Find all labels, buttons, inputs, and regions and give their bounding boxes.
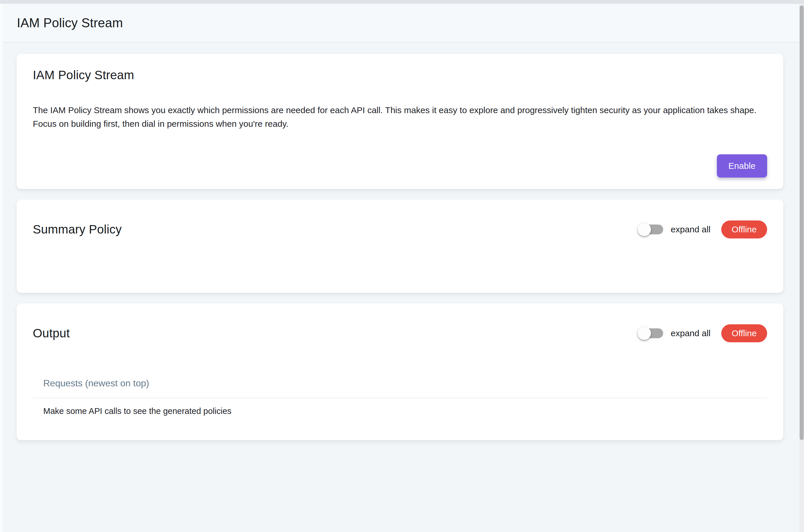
- summary-card-title: Summary Policy: [33, 222, 122, 237]
- output-status-badge: Offline: [721, 324, 767, 342]
- summary-status-badge: Offline: [721, 221, 767, 239]
- summary-card-controls: expand all Offline: [638, 221, 767, 239]
- intro-card-description: The IAM Policy Stream shows you exactly …: [33, 103, 767, 131]
- intro-card: IAM Policy Stream The IAM Policy Stream …: [17, 54, 783, 189]
- scrollbar-thumb[interactable]: [800, 5, 804, 440]
- summary-expand-all-label: expand all: [671, 225, 711, 234]
- toggle-thumb: [638, 327, 651, 340]
- page-title: IAM Policy Stream: [17, 16, 123, 30]
- output-expand-all-label: expand all: [671, 328, 711, 338]
- summary-policy-card: Summary Policy expand all Offline: [17, 200, 783, 293]
- requests-section-header: Requests (newest on top): [33, 377, 767, 389]
- output-card-title: Output: [33, 326, 70, 341]
- requests-empty-message: Make some API calls to see the generated…: [33, 406, 767, 416]
- requests-divider: [33, 398, 767, 398]
- output-card-header-row: Output expand all Offline: [33, 324, 767, 342]
- intro-card-title: IAM Policy Stream: [33, 68, 767, 82]
- output-card-controls: expand all Offline: [638, 324, 767, 342]
- window-top-strip: [0, 0, 804, 4]
- main-content: IAM Policy Stream The IAM Policy Stream …: [0, 43, 799, 532]
- toggle-thumb: [638, 223, 651, 236]
- scrollbar[interactable]: [799, 4, 804, 532]
- output-expand-toggle[interactable]: [638, 327, 663, 340]
- summary-card-header-row: Summary Policy expand all Offline: [33, 221, 767, 239]
- page-header: IAM Policy Stream: [0, 4, 799, 43]
- enable-button[interactable]: Enable: [717, 154, 767, 177]
- window-left-edge: [0, 4, 2, 532]
- summary-expand-toggle[interactable]: [638, 223, 663, 236]
- intro-card-actions: Enable: [33, 154, 767, 177]
- output-card: Output expand all Offline Requests (newe…: [17, 303, 783, 440]
- requests-section: Requests (newest on top) Make some API c…: [33, 377, 767, 416]
